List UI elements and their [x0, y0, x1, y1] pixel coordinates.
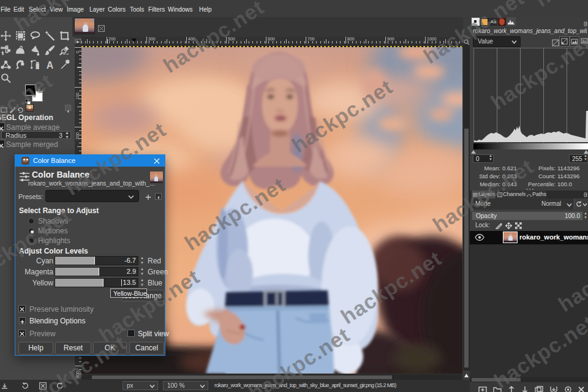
svg-text:A: A — [47, 60, 54, 70]
